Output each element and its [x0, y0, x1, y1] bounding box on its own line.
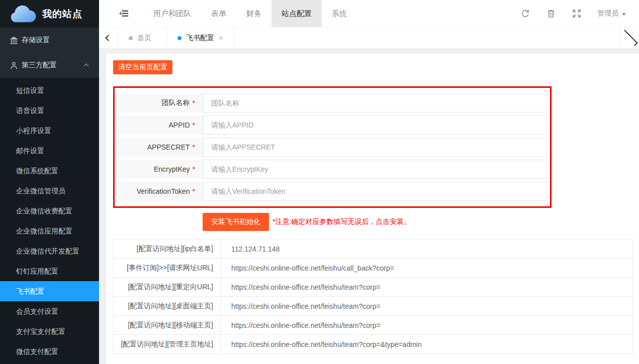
- sidebar-submenu-item[interactable]: 钉钉应用配置: [0, 261, 99, 281]
- sidebar-submenu-item[interactable]: 企业微信管理员: [0, 181, 99, 201]
- top-nav-item-label: 财务: [246, 9, 261, 19]
- header-actions: 管理员: [504, 0, 639, 27]
- site-logo[interactable]: 我的站点: [0, 0, 99, 28]
- clear-page-config-button[interactable]: 清空当前页配置: [113, 60, 172, 74]
- sidebar-submenu-item-label: 企业微信应用配置: [16, 227, 72, 235]
- install-feishu-button[interactable]: 安装飞书初始化: [203, 213, 269, 231]
- page-tab-label: 首页: [137, 34, 151, 43]
- tabs-next-button[interactable]: [620, 28, 639, 48]
- table-row: [配置访问地址][重定向URL] https://ceshi.online-of…: [114, 278, 633, 297]
- collapse-menu-icon[interactable]: [119, 0, 128, 27]
- sidebar-submenu-item-label: 微信支付配置: [16, 347, 58, 355]
- sidebar-submenu-item[interactable]: 企业微信应用配置: [0, 221, 99, 241]
- fullscreen-icon[interactable]: [572, 9, 581, 18]
- sidebar-submenu-item-label: 钉钉应用配置: [16, 267, 58, 275]
- field-label-text: APPID: [169, 121, 190, 129]
- user-menu[interactable]: 管理员: [597, 9, 626, 18]
- top-nav-item-label: 表单: [211, 9, 226, 19]
- sidebar-submenu-item[interactable]: 语音设置: [0, 100, 99, 120]
- top-nav-item[interactable]: 表单: [201, 0, 236, 27]
- sidebar-submenu-item-label: 企业微信收费配置: [16, 207, 72, 215]
- trash-icon[interactable]: [546, 9, 556, 18]
- site-title: 我的站点: [42, 8, 82, 21]
- tab-status-dot: [177, 36, 181, 40]
- page-tab-label: 飞书配置: [186, 34, 214, 43]
- chevron-right-icon: [621, 30, 638, 46]
- table-row: [配置访问地址][管理主页地址] https://ceshi.online-of…: [114, 335, 633, 354]
- sidebar-submenu-item-label: 语音设置: [16, 106, 44, 114]
- config-value: https://ceshi.online-office.net/feishu/t…: [221, 297, 633, 316]
- config-key: [配置访问地址][ip白名单]: [114, 239, 221, 259]
- field-input[interactable]: [203, 160, 547, 179]
- field-input[interactable]: [203, 138, 547, 157]
- field-label: VerificationToken *: [115, 182, 203, 201]
- sidebar-submenu-item[interactable]: 微信系统配置: [0, 161, 99, 181]
- field-input[interactable]: [203, 115, 547, 135]
- config-value: https://ceshi.online-office.net/feishu/t…: [221, 335, 633, 354]
- page-tab[interactable]: 飞书配置 ×: [167, 28, 234, 48]
- sidebar-submenu: 短信设置 语音设置 小程序设置 邮件设置 微信系统配置: [0, 78, 99, 361]
- sidebar-submenu-item[interactable]: 会员支付设置: [0, 301, 99, 321]
- tab-status-dot: [129, 36, 133, 40]
- required-asterisk: *: [193, 165, 195, 173]
- config-value: https://ceshi.online-office.net/feishu/t…: [221, 278, 633, 297]
- tabs-prev-button[interactable]: [99, 28, 118, 48]
- app-window: 我的站点 存储设置: [0, 0, 639, 364]
- config-key: [配置访问地址][管理主页地址]: [114, 335, 221, 354]
- sidebar-submenu-item-label: 飞书配置: [16, 287, 44, 295]
- sidebar-submenu-item-label: 企业微信管理员: [16, 187, 65, 195]
- person-icon: [10, 61, 18, 70]
- sidebar-submenu-item[interactable]: 微信支付配置: [0, 341, 99, 361]
- tab-close-icon[interactable]: ×: [219, 34, 223, 42]
- field-input[interactable]: [203, 182, 547, 201]
- sidebar-submenu-item[interactable]: 小程序设置: [0, 120, 99, 141]
- required-asterisk: *: [193, 143, 195, 151]
- required-asterisk: *: [193, 99, 195, 107]
- required-asterisk: *: [193, 121, 195, 129]
- sidebar-submenu-item[interactable]: 企业微信收费配置: [0, 201, 99, 221]
- chevron-up-icon: [84, 64, 89, 69]
- field-label: EncryptKey *: [115, 160, 203, 179]
- table-row: [配置访问地址][ip白名单] 112.124.71.148: [114, 239, 633, 259]
- sidebar-submenu-item-label: 小程序设置: [16, 127, 51, 135]
- field-input[interactable]: [203, 93, 547, 112]
- sidebar-submenu-item[interactable]: 飞书配置: [0, 281, 99, 301]
- field-label-text: APPSECRET: [147, 143, 190, 151]
- sidebar-item-third-party-config[interactable]: 第三方配置: [0, 53, 99, 78]
- top-nav-item[interactable]: 系统: [322, 0, 357, 27]
- sidebar-submenu-item-label: 会员支付设置: [16, 307, 58, 315]
- table-row: [配置访问地址][移动端主页] https://ceshi.online-off…: [114, 316, 633, 335]
- sidebar-submenu-item[interactable]: 支付宝支付配置: [0, 321, 99, 341]
- top-nav-item[interactable]: 财务: [236, 0, 271, 27]
- install-row: 安装飞书初始化 *注意:确定对应参数填写无误后，点击安装。: [113, 213, 632, 231]
- sidebar: 我的站点 存储设置: [0, 0, 99, 364]
- top-nav-item[interactable]: 站点配置: [271, 0, 322, 27]
- top-nav-item[interactable]: 用户和团队: [143, 0, 201, 27]
- field-label: 团队名称 *: [115, 93, 203, 112]
- config-key: [配置访问地址][桌面端主页]: [114, 297, 221, 316]
- form-field-row: 团队名称 *: [115, 93, 550, 112]
- refresh-icon[interactable]: [521, 9, 530, 18]
- sidebar-submenu-item-label: 短信设置: [16, 86, 44, 94]
- feishu-config-form: 团队名称 * APPID *: [113, 86, 552, 208]
- sidebar-submenu-item[interactable]: 短信设置: [0, 80, 99, 100]
- open-tabs: 首页 飞书配置 ×: [118, 28, 234, 48]
- sidebar-submenu-item-label: 企业微信代开发配置: [16, 247, 79, 255]
- sidebar-submenu-item-label: 微信系统配置: [16, 167, 58, 175]
- table-row: [配置访问地址][桌面端主页] https://ceshi.online-off…: [114, 297, 633, 316]
- config-key: [配置访问地址][重定向URL]: [114, 278, 221, 297]
- field-label-text: VerificationToken: [137, 187, 190, 195]
- form-field-row: VerificationToken *: [115, 182, 550, 201]
- feishu-config-panel: 清空当前页配置 团队名称 *: [106, 54, 639, 364]
- caret-down-icon: [622, 13, 626, 16]
- sidebar-item-storage-settings[interactable]: 存储设置: [0, 28, 99, 53]
- page-tab[interactable]: 首页: [118, 28, 167, 48]
- config-value: https://ceshi.online-office.net/feishu/t…: [221, 316, 633, 335]
- field-label: APPSECRET *: [115, 138, 203, 157]
- sidebar-submenu-item[interactable]: 邮件设置: [0, 141, 99, 161]
- field-label-text: EncryptKey: [154, 165, 190, 173]
- field-label-text: 团队名称: [162, 98, 190, 107]
- sidebar-submenu-item-label: 支付宝支付配置: [16, 327, 65, 335]
- tab-bar: 首页 飞书配置 ×: [99, 28, 639, 49]
- sidebar-submenu-item[interactable]: 企业微信代开发配置: [0, 241, 99, 261]
